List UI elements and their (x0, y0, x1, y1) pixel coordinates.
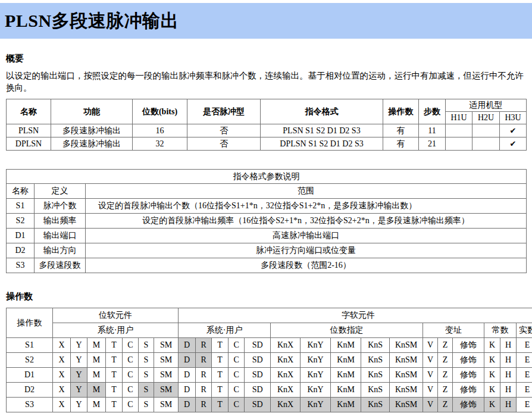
instruction-cell-bits: 16 (133, 124, 187, 137)
param-definition: 输出频率 (35, 214, 86, 229)
col-header-h3u: H3U (500, 112, 527, 124)
instruction-cell-operand: 有 (383, 124, 419, 137)
page-content: 概要 以设定的输出端口，按照设定的每一段的输出脉冲频率和脉冲个数，连续输出。基于… (0, 53, 532, 416)
indexing-header: 变址 (423, 323, 484, 338)
operand-cell-T: T (106, 338, 123, 353)
operand-cell-C: C (229, 368, 245, 383)
operand-cell-KnM: KnM (331, 353, 361, 368)
operand-cell-KnS: KnS (361, 398, 390, 412)
operand-cell-V: V (423, 383, 438, 398)
param-row: S2输出频率设定的首段脉冲输出频率（16位指令S2+1*n，32位指令S2+2*… (7, 214, 527, 229)
operand-corner-label: 操作数 (7, 308, 53, 338)
operand-cell-KnSM: KnSM (390, 398, 423, 412)
operand-cell-修饰: 修饰 (453, 383, 484, 398)
operand-cell-E: E (517, 338, 532, 353)
instruction-cell-pulse: 否 (187, 137, 261, 151)
operand-cell-C: C (123, 368, 139, 383)
operand-cell-KnX: KnX (271, 368, 301, 383)
operand-cell-C: C (229, 338, 245, 353)
operand-cell-C: C (123, 353, 139, 368)
operand-cell-KnX: KnX (271, 338, 301, 353)
col-header-h1u: H1U (446, 112, 472, 124)
operand-cell-V: V (423, 338, 438, 353)
operand-cell-H: H (500, 368, 517, 383)
operand-cell-K: K (484, 368, 500, 383)
operand-cell-E: E (517, 353, 532, 368)
operand-cell-X: X (53, 353, 71, 368)
operand-cell-C: C (123, 398, 139, 412)
operand-cell-Z: Z (438, 353, 453, 368)
operand-cell-C: C (229, 353, 245, 368)
instruction-cell-name: DPLSN (7, 137, 51, 151)
operand-cell-K: K (484, 398, 500, 412)
operand-cell-Z: Z (438, 368, 453, 383)
operand-cell-KnX: KnX (271, 398, 301, 412)
params-col-name: 名称 (7, 184, 35, 199)
params-table-body: S1脉冲个数设定的首段脉冲输出个数（16位指令S1+1*n，32位指令S1+2*… (7, 199, 527, 273)
summary-text: 以设定的输出端口，按照设定的每一段的输出脉冲频率和脉冲个数，连续输出。基于相对位… (6, 70, 526, 93)
param-definition: 多段速段数 (35, 258, 86, 273)
operand-cell-T: T (212, 353, 229, 368)
operand-cell-M: M (87, 338, 106, 353)
operand-cell-KnY: KnY (301, 383, 331, 398)
operand-cell-T: T (212, 398, 229, 412)
params-table-title: 指令格式参数说明 (7, 170, 527, 184)
operand-cell-V: V (423, 353, 438, 368)
word-elements-header: 字软元件 (179, 308, 532, 323)
operand-cell-修饰: 修饰 (453, 398, 484, 412)
param-definition: 输出方向 (35, 243, 86, 258)
operand-cell-E: E (517, 383, 532, 398)
params-col-definition: 定义 (35, 184, 86, 199)
operand-cell-D: D (179, 398, 196, 412)
operand-cell-H: H (500, 398, 517, 412)
param-range: 脉冲运行方向端口或位变量 (86, 243, 527, 258)
param-name: S3 (7, 258, 35, 273)
col-header-pulse-type: 是否脉冲型 (187, 99, 261, 124)
instruction-row: PLSN多段速脉冲输出16否PLSN S1 S2 D1 D2 S3有11✔ (7, 124, 527, 137)
operand-cell-T: T (106, 368, 123, 383)
operand-cell-R: R (196, 353, 212, 368)
operand-cell-H: H (500, 353, 517, 368)
operand-row: S1XYMTCSSMDRTCSDKnXKnYKnMKnSKnSMVZ修饰KHE (7, 338, 532, 353)
operand-row-label: D1 (7, 368, 53, 383)
instruction-cell-steps: 21 (419, 137, 446, 151)
operand-cell-C: C (123, 383, 139, 398)
bit-elements-header: 位软元件 (53, 308, 179, 323)
operand-row-label: S3 (7, 398, 53, 412)
operand-cell-E: E (517, 368, 532, 383)
operand-cell-R: R (196, 368, 212, 383)
param-range: 设定的首段脉冲输出频率（16位指令S2+1*n，32位指令S2+2*n，是多段速… (86, 214, 527, 229)
col-header-operand: 操作数 (383, 99, 419, 124)
operand-cell-SD: SD (245, 368, 271, 383)
operand-cell-Y: Y (71, 368, 87, 383)
title-band: PLSN多段速脉冲输出 (0, 3, 532, 39)
operand-cell-M: M (87, 398, 106, 412)
operand-cell-KnSM: KnSM (390, 338, 423, 353)
operand-cell-KnM: KnM (331, 383, 361, 398)
operand-cell-D: D (179, 368, 196, 383)
instruction-table: 名称 功能 位数(bits) 是否脉冲型 指令格式 操作数 步数 适用机型 H1… (6, 99, 527, 151)
bit-system-user-header: 系统·用户 (53, 323, 179, 338)
instruction-cell-function: 多段速脉冲输出 (51, 124, 133, 137)
operand-row: D2XYMTCSSMDRTCSDKnXKnYKnMKnSKnSMVZ修饰KHE (7, 383, 532, 398)
operand-cell-KnY: KnY (301, 338, 331, 353)
operand-cell-V: V (423, 398, 438, 412)
digit-designation-header: 位数指定 (271, 323, 423, 338)
param-range: 设定的首段脉冲输出个数（16位指令S1+1*n，32位指令S1+2*n，是多段速… (86, 199, 527, 214)
instruction-cell-operand: 有 (383, 137, 419, 151)
operand-cell-R: R (196, 383, 212, 398)
instruction-cell-format: DPLSN S1 S2 D1 D2 S3 (261, 137, 383, 151)
operand-cell-T: T (212, 368, 229, 383)
operand-cell-KnX: KnX (271, 353, 301, 368)
operand-cell-SM: SM (154, 383, 179, 398)
operand-row: S2XYMTCSSMDRTCSDKnXKnYKnMKnSKnSMVZ修饰KHE (7, 353, 532, 368)
instruction-cell-h3u: ✔ (500, 124, 527, 137)
operand-row-label: S1 (7, 338, 53, 353)
param-range: 高速脉冲输出端口 (86, 229, 527, 243)
operand-cell-T: T (106, 383, 123, 398)
operand-cell-Z: Z (438, 383, 453, 398)
operand-cell-X: X (53, 398, 71, 412)
operand-cell-C: C (123, 338, 139, 353)
param-row: D2输出方向脉冲运行方向端口或位变量 (7, 243, 527, 258)
instruction-cell-pulse: 否 (187, 124, 261, 137)
